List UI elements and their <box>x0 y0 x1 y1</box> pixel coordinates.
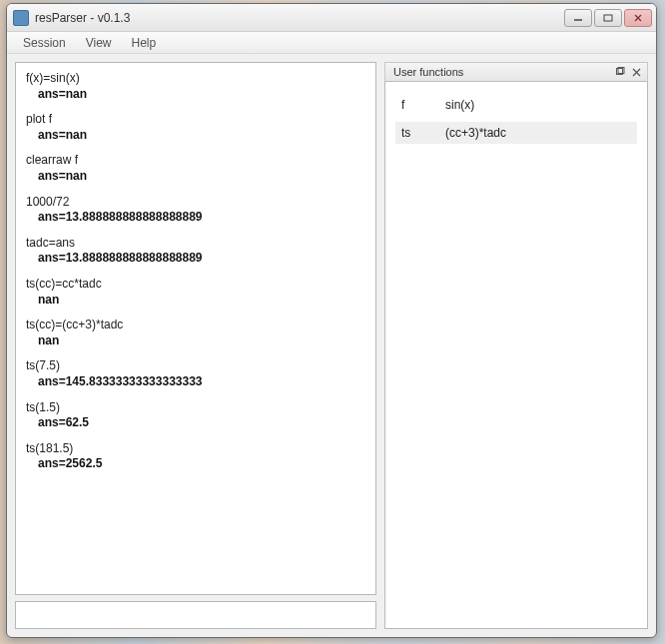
console-answer: ans=13.888888888888888889 <box>26 251 365 267</box>
console-input[interactable] <box>15 601 376 629</box>
console-entry: clearraw fans=nan <box>26 153 365 184</box>
function-name: ts <box>401 126 445 140</box>
titlebar[interactable]: resParser - v0.1.3 <box>7 4 656 32</box>
console-entry: plot fans=nan <box>26 112 365 143</box>
console-command: clearraw f <box>26 153 365 169</box>
console-answer: ans=nan <box>26 128 365 144</box>
close-icon <box>632 68 641 77</box>
console-command: ts(cc)=(cc+3)*tadc <box>26 318 365 333</box>
console-entry: ts(cc)=(cc+3)*tadcnan <box>26 318 365 348</box>
console-entry: tadc=ansans=13.888888888888888889 <box>26 236 365 267</box>
left-pane: f(x)=sin(x)ans=nanplot fans=nanclearraw … <box>15 62 376 629</box>
panel-title: User functions <box>393 66 611 78</box>
window-title: resParser - v0.1.3 <box>35 11 562 25</box>
undock-icon <box>615 67 625 77</box>
console-answer: ans=nan <box>26 169 365 185</box>
console-command: f(x)=sin(x) <box>26 71 365 87</box>
console-answer: ans=2562.5 <box>26 456 365 472</box>
user-functions-list: fsin(x)ts(cc+3)*tadc <box>384 82 648 629</box>
function-name: f <box>401 98 445 112</box>
console-command: 1000/72 <box>26 195 365 211</box>
user-functions-header[interactable]: User functions <box>384 62 648 82</box>
console-command: ts(7.5) <box>26 358 365 374</box>
menu-session[interactable]: Session <box>13 34 76 52</box>
function-body: (cc+3)*tadc <box>445 126 631 140</box>
minimize-button[interactable] <box>564 9 592 27</box>
console-entry: ts(7.5)ans=145.83333333333333333 <box>26 358 365 389</box>
console-answer: ans=13.888888888888888889 <box>26 210 365 226</box>
maximize-icon <box>603 14 613 22</box>
function-body: sin(x) <box>445 98 631 112</box>
function-row[interactable]: fsin(x) <box>395 94 637 116</box>
window-buttons <box>562 9 652 27</box>
console-entry: 1000/72ans=13.888888888888888889 <box>26 195 365 226</box>
console-answer: nan <box>26 333 365 349</box>
console-entry: ts(1.5)ans=62.5 <box>26 400 365 431</box>
close-button[interactable] <box>624 9 652 27</box>
console-entry: ts(181.5)ans=2562.5 <box>26 441 365 472</box>
close-icon <box>633 14 643 22</box>
console-command: ts(cc)=cc*tadc <box>26 277 365 293</box>
console-output[interactable]: f(x)=sin(x)ans=nanplot fans=nanclearraw … <box>15 62 376 595</box>
console-answer: nan <box>26 293 365 309</box>
menubar: Session View Help <box>7 32 656 54</box>
console-entry: ts(cc)=cc*tadcnan <box>26 277 365 308</box>
svg-rect-1 <box>604 15 612 21</box>
console-command: tadc=ans <box>26 236 365 252</box>
console-command: plot f <box>26 112 365 128</box>
minimize-icon <box>573 14 583 22</box>
console-answer: ans=nan <box>26 87 365 103</box>
console-answer: ans=145.83333333333333333 <box>26 374 365 390</box>
panel-undock-button[interactable] <box>613 65 627 79</box>
app-window: resParser - v0.1.3 Session View Help f(x… <box>6 3 657 638</box>
menu-help[interactable]: Help <box>122 34 167 52</box>
console-entry: f(x)=sin(x)ans=nan <box>26 71 365 102</box>
console-answer: ans=62.5 <box>26 415 365 431</box>
content-area: f(x)=sin(x)ans=nanplot fans=nanclearraw … <box>7 54 656 637</box>
menu-view[interactable]: View <box>76 34 122 52</box>
panel-close-button[interactable] <box>629 65 643 79</box>
right-pane: User functions fsin(x)ts(cc+3)*tadc <box>384 62 648 629</box>
console-command: ts(181.5) <box>26 441 365 457</box>
app-icon <box>13 10 29 26</box>
function-row[interactable]: ts(cc+3)*tadc <box>395 122 637 144</box>
maximize-button[interactable] <box>594 9 622 27</box>
console-command: ts(1.5) <box>26 400 365 416</box>
